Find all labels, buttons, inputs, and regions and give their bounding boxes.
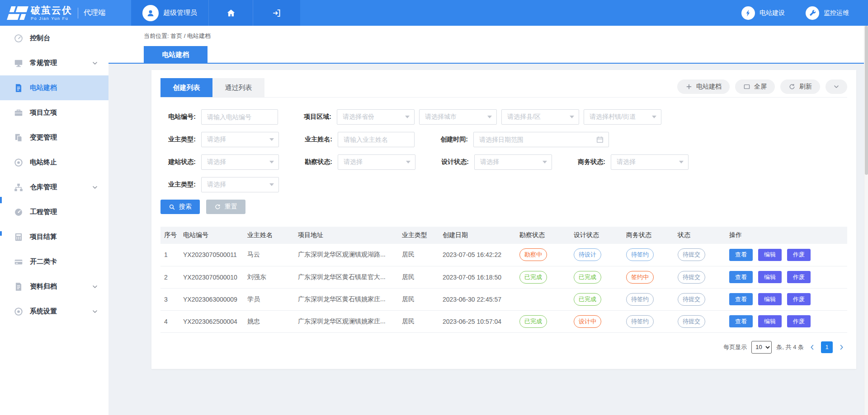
status-badge: 待提交 bbox=[678, 293, 705, 306]
view-button[interactable]: 查看 bbox=[729, 293, 753, 305]
breadcrumb-path[interactable]: 首页 / 电站建档 bbox=[170, 33, 211, 39]
page-number-1[interactable]: 1 bbox=[821, 341, 833, 353]
main-content: 当前位置: 首页 / 电站建档 电站建档 创建列表 通过列表 电站建档 bbox=[108, 0, 868, 369]
sidebar-item-label: 资料归档 bbox=[30, 282, 57, 291]
topnav-station-build[interactable]: 电站建设 bbox=[741, 6, 785, 20]
topnav-label: 电站建设 bbox=[760, 9, 785, 17]
view-button[interactable]: 查看 bbox=[729, 249, 753, 261]
chevron-down-icon bbox=[91, 283, 99, 290]
sidebar-item-engineering-management[interactable]: 工程管理 bbox=[0, 200, 108, 224]
table-row: 1YX2023070500011马云广东深圳龙华区观澜镇观湖路...居民2023… bbox=[160, 244, 847, 266]
sidebar-item-system-settings[interactable]: 系统设置 bbox=[0, 299, 108, 324]
cell-created-date: 2023-06-30 22:45:57 bbox=[439, 288, 516, 310]
column-header: 项目地址 bbox=[294, 227, 398, 244]
user-avatar-icon bbox=[142, 5, 159, 21]
edit-button[interactable]: 编辑 bbox=[758, 271, 782, 283]
view-button[interactable]: 查看 bbox=[729, 315, 753, 327]
build-status-select[interactable]: 请选择 bbox=[201, 154, 279, 170]
void-button[interactable]: 作废 bbox=[787, 249, 811, 261]
filter-group-survey-status: 勘察状态:请选择 bbox=[297, 154, 415, 170]
chevron-down-icon bbox=[91, 60, 99, 67]
collapse-toolbar-button[interactable] bbox=[826, 79, 847, 94]
reset-button[interactable]: 重置 bbox=[206, 200, 245, 214]
sidebar-item-label: 电站建档 bbox=[30, 84, 57, 92]
chevron-down-icon bbox=[570, 116, 574, 118]
sidebar-item-second-class-card[interactable]: 开二类卡 bbox=[0, 249, 108, 274]
refresh-button[interactable]: 刷新 bbox=[780, 79, 820, 94]
next-page-button[interactable] bbox=[837, 343, 845, 351]
business-status-badge: 待签约 bbox=[626, 315, 654, 328]
card-icon bbox=[14, 257, 24, 267]
design-status-select[interactable]: 请选择 bbox=[474, 154, 552, 170]
view-button[interactable]: 查看 bbox=[729, 271, 753, 283]
edit-button[interactable]: 编辑 bbox=[758, 315, 782, 327]
topbar: 破茧云伏 Po Jian Yun Fu 代理端 超级管理员 电站建设监控运维 bbox=[0, 0, 868, 26]
sidebar-item-change-management[interactable]: 变更管理 bbox=[0, 125, 108, 150]
user-menu[interactable]: 超级管理员 bbox=[131, 0, 209, 26]
topbar-right-nav: 电站建设监控运维 bbox=[741, 0, 868, 26]
city-select[interactable]: 请选择城市 bbox=[419, 109, 497, 125]
void-button[interactable]: 作废 bbox=[787, 293, 811, 305]
owner-type-2-select[interactable]: 请选择 bbox=[201, 177, 279, 192]
cell-address: 广东深圳龙华区观澜镇姚家庄... bbox=[294, 310, 398, 332]
sidebar-item-station-termination[interactable]: 电站终止 bbox=[0, 150, 108, 175]
filter-group-business-status: 商务状态:请选择 bbox=[570, 154, 689, 170]
cell-owner-name: 姚忠 bbox=[244, 310, 294, 332]
cell-business-status: 签约中 bbox=[623, 266, 674, 288]
sidebar-item-data-archive[interactable]: 资料归档 bbox=[0, 274, 108, 299]
table-toolbar: 电站建档 全屏 刷新 bbox=[677, 79, 847, 94]
chevron-down-icon bbox=[269, 138, 274, 141]
edit-button[interactable]: 编辑 bbox=[758, 249, 782, 261]
filter-group-create-time: 创建时间: bbox=[433, 132, 609, 147]
survey-status-select[interactable]: 请选择 bbox=[338, 154, 415, 170]
survey-status-badge: 勘察中 bbox=[519, 248, 547, 261]
per-page-select[interactable]: 10 bbox=[751, 341, 772, 354]
owner-name-input[interactable] bbox=[338, 136, 414, 143]
sidebar-item-console[interactable]: 控制台 bbox=[0, 26, 108, 51]
business-status-badge: 签约中 bbox=[626, 271, 654, 284]
column-header: 勘察状态 bbox=[516, 227, 570, 244]
town-select[interactable]: 请选择村镇/街道 bbox=[584, 109, 661, 125]
sidebar: 控制台常规管理电站建档项目立项变更管理电站终止仓库管理工程管理项目结算开二类卡资… bbox=[0, 26, 108, 415]
cell-survey-status: 已完成 bbox=[516, 266, 570, 288]
district-select[interactable]: 请选择县/区 bbox=[501, 109, 579, 125]
edit-button[interactable]: 编辑 bbox=[758, 293, 782, 305]
select-placeholder: 请选择省份 bbox=[343, 113, 374, 121]
sidebar-item-project-settlement[interactable]: 项目结算 bbox=[0, 224, 108, 249]
cell-actions: 查看编辑作废 bbox=[726, 266, 847, 288]
sidebar-item-station-archive[interactable]: 电站建档 bbox=[0, 75, 108, 100]
sidebar-item-project-initiation[interactable]: 项目立项 bbox=[0, 100, 108, 125]
document-icon bbox=[14, 83, 24, 93]
cell-index: 1 bbox=[160, 244, 179, 266]
logout-button[interactable] bbox=[253, 0, 300, 26]
tab-passed-list[interactable]: 通过列表 bbox=[212, 78, 264, 97]
sidebar-item-general-management[interactable]: 常规管理 bbox=[0, 51, 108, 75]
cell-actions: 查看编辑作废 bbox=[726, 244, 847, 266]
search-button[interactable]: 搜索 bbox=[160, 200, 200, 214]
prev-page-button[interactable] bbox=[808, 343, 816, 351]
void-button[interactable]: 作废 bbox=[787, 271, 811, 283]
target-icon bbox=[14, 158, 24, 168]
topnav-monitor-ops[interactable]: 监控运维 bbox=[806, 6, 849, 20]
cell-actions: 查看编辑作废 bbox=[726, 310, 847, 332]
create-time-picker[interactable] bbox=[473, 132, 609, 147]
home-button[interactable] bbox=[209, 0, 253, 26]
owner-type-select[interactable]: 请选择 bbox=[201, 132, 279, 147]
breadcrumb: 当前位置: 首页 / 电站建档 bbox=[144, 32, 868, 40]
brand: 破茧云伏 Po Jian Yun Fu 代理端 bbox=[0, 0, 131, 26]
chevron-down-icon bbox=[405, 116, 410, 118]
void-button[interactable]: 作废 bbox=[787, 315, 811, 327]
province-select[interactable]: 请选择省份 bbox=[337, 109, 415, 125]
station-code-input[interactable] bbox=[202, 113, 278, 121]
cell-station-code: YX2023063000009 bbox=[179, 288, 244, 310]
tab-create-list[interactable]: 创建列表 bbox=[160, 78, 212, 97]
sidebar-item-warehouse-management[interactable]: 仓库管理 bbox=[0, 175, 108, 200]
scrollbar-thumb[interactable] bbox=[865, 26, 868, 175]
column-header: 设计状态 bbox=[570, 227, 623, 244]
business-status-select[interactable]: 请选择 bbox=[611, 154, 689, 170]
page-tab-station-archive[interactable]: 电站建档 bbox=[144, 46, 208, 63]
create-station-button[interactable]: 电站建档 bbox=[677, 79, 730, 94]
create-time-input[interactable] bbox=[474, 136, 596, 143]
filter-label-build-status: 建站状态: bbox=[160, 158, 201, 166]
fullscreen-button[interactable]: 全屏 bbox=[735, 79, 775, 94]
